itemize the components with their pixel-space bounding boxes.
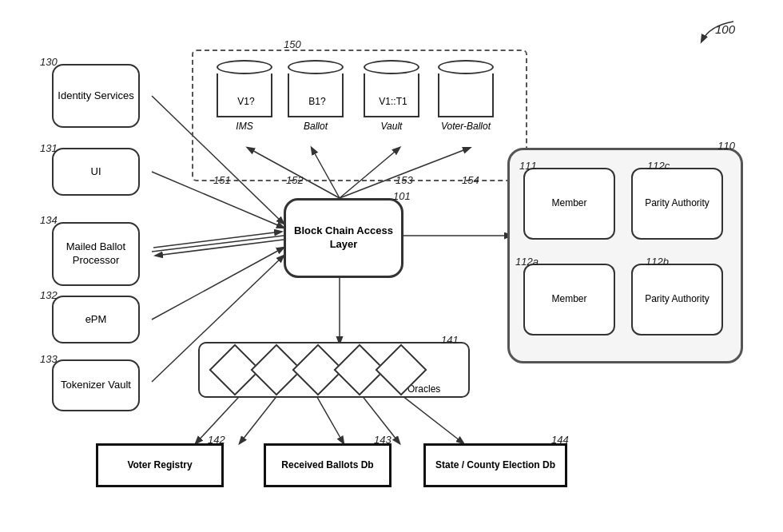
parity1-label: Parity Authority (645, 197, 709, 210)
vault-label: Vault (381, 121, 403, 132)
ballot-label: Ballot (304, 121, 328, 132)
tokenizer-label: Tokenizer Vault (61, 379, 131, 392)
identity-services-node: Identity Services (52, 64, 140, 128)
ref-130: 130 (40, 56, 58, 68)
ims-label: IMS (236, 121, 252, 132)
vault-cylinder: V1::T1 Vault (364, 60, 419, 132)
voter-ballot-cyl-body (438, 73, 494, 117)
ref-134: 134 (40, 214, 58, 226)
ballot-cyl-body: B1? (288, 73, 344, 117)
voter-ballot-cyl-top (438, 60, 494, 74)
ref-150: 150 (284, 38, 301, 50)
voter-registry-label: Voter Registry (127, 459, 192, 472)
ref-154: 154 (462, 174, 479, 186)
ims-cyl-top (217, 60, 272, 74)
ref-133: 133 (40, 353, 58, 365)
ref-101: 101 (393, 190, 411, 202)
ims-cylinder: V1? IMS (217, 60, 272, 132)
vault-cyl-top (364, 60, 419, 74)
ref-152: 152 (286, 174, 304, 186)
svg-line-4 (153, 232, 281, 248)
received-ballots-box: Received Ballots Db (264, 443, 392, 487)
ref-131: 131 (40, 142, 58, 154)
voter-registry-box: Voter Registry (96, 443, 224, 487)
mailed-ballot-node: Mailed Ballot Processor (52, 222, 140, 286)
ref-112b: 112b (646, 256, 669, 268)
member2-node: Member (523, 264, 615, 335)
oracles-label: Oracles (407, 383, 440, 395)
svg-line-3 (156, 240, 284, 256)
parity2-node: Parity Authority (631, 264, 723, 335)
epm-node: ePM (52, 296, 140, 343)
voter-ballot-cylinder: Voter-Ballot (438, 60, 494, 132)
state-county-label: State / County Election Db (435, 459, 555, 472)
ballot-value: B1? (289, 96, 345, 107)
received-ballots-label: Received Ballots Db (281, 459, 373, 472)
epm-label: ePM (85, 313, 107, 327)
parity1-node: Parity Authority (631, 168, 723, 240)
ref-141: 141 (441, 334, 459, 346)
ims-cyl-body: V1? (217, 73, 272, 117)
ref-142: 142 (208, 434, 225, 446)
ref-100-arrow (694, 18, 741, 50)
ref-112a: 112a (515, 256, 539, 268)
ref-144: 144 (551, 434, 569, 446)
vault-value: V1::T1 (365, 96, 421, 107)
tokenizer-vault-node: Tokenizer Vault (52, 359, 140, 411)
ref-153: 153 (395, 174, 413, 186)
svg-line-2 (152, 236, 284, 252)
ref-143: 143 (374, 434, 392, 446)
ref-110: 110 (717, 140, 735, 152)
ui-node: UI (52, 148, 140, 196)
diagram: 100 150 V1? IMS B1? Ballot V1::T1 Vault … (0, 0, 783, 532)
blockchain-label: Block Chain Access Layer (286, 224, 401, 252)
ballot-cyl-top (288, 60, 344, 74)
ref-132: 132 (40, 289, 58, 301)
blockchain-node: Block Chain Access Layer (284, 198, 403, 278)
mailed-ballot-label: Mailed Ballot Processor (54, 240, 138, 268)
svg-line-5 (152, 248, 284, 320)
ims-value: V1? (218, 96, 274, 107)
ballot-cylinder: B1? Ballot (288, 60, 344, 132)
ref-112c: 112c (647, 160, 670, 172)
member1-label: Member (551, 197, 586, 210)
ui-label: UI (91, 165, 101, 179)
member1-node: Member (523, 168, 615, 240)
vault-cyl-body: V1::T1 (364, 73, 419, 117)
ref-151: 151 (213, 174, 231, 186)
state-county-box: State / County Election Db (423, 443, 567, 487)
voter-ballot-label: Voter-Ballot (441, 121, 491, 132)
parity2-label: Parity Authority (645, 293, 709, 306)
ref-111: 111 (519, 160, 537, 172)
identity-services-label: Identity Services (58, 89, 133, 103)
member2-label: Member (551, 293, 586, 306)
